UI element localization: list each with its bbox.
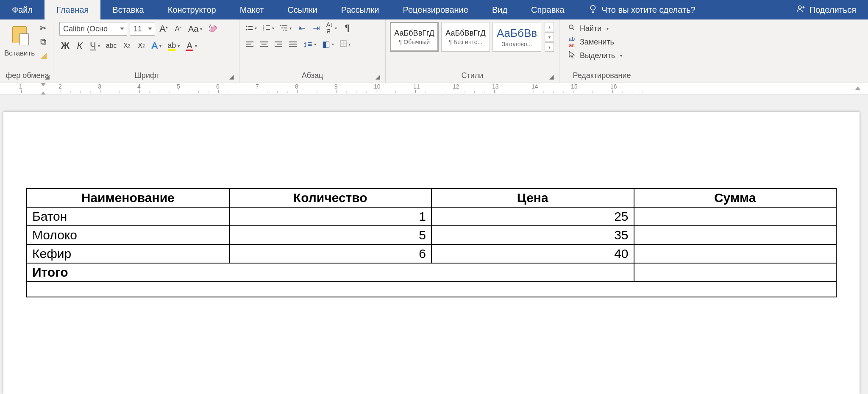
tab-file[interactable]: Файл xyxy=(0,0,45,19)
select-button[interactable]: Выделить ▾ xyxy=(564,49,626,62)
font-dialog-launcher[interactable]: ◢ xyxy=(229,73,234,80)
numbering-button[interactable]: 12 xyxy=(261,22,276,34)
table-empty-row[interactable] xyxy=(27,282,836,297)
superscript-button[interactable]: X2 xyxy=(135,40,147,52)
total-label-cell[interactable]: Итого xyxy=(27,263,634,282)
style-heading1[interactable]: АаБбВв Заголово... xyxy=(492,22,541,52)
header-price[interactable]: Цена xyxy=(431,189,634,207)
cell-name[interactable]: Молоко xyxy=(27,226,229,244)
find-button[interactable]: Найти ▾ xyxy=(564,22,612,35)
style-no-spacing[interactable]: АаБбВвГгД ¶ Без инте... xyxy=(441,22,490,52)
cell-name[interactable]: Кефир xyxy=(27,244,229,263)
text-effects-icon: A xyxy=(151,40,158,51)
shading-icon: ◧ xyxy=(322,39,330,49)
cursor-icon xyxy=(567,51,576,61)
tab-home[interactable]: Главная xyxy=(45,0,100,19)
tell-me-search[interactable]: Что вы хотите сделать? xyxy=(576,0,707,19)
table-row[interactable]: Батон 1 25 xyxy=(27,207,836,226)
line-spacing-button[interactable]: ↕≡ xyxy=(301,38,318,50)
subscript-button[interactable]: X2 xyxy=(121,40,133,52)
svg-point-32 xyxy=(569,25,573,29)
sort-button[interactable]: А↓Я xyxy=(325,22,339,34)
shrink-font-button[interactable]: A▾ xyxy=(172,23,184,35)
align-left-button[interactable] xyxy=(244,38,256,50)
align-right-button[interactable] xyxy=(273,38,284,50)
svg-rect-11 xyxy=(280,25,281,26)
header-sum[interactable]: Сумма xyxy=(634,189,837,207)
svg-rect-26 xyxy=(289,42,297,42)
cell-qty[interactable]: 6 xyxy=(229,244,432,263)
shading-button[interactable]: ◧ xyxy=(320,38,336,50)
underline-button[interactable]: Ч xyxy=(88,40,102,52)
document-page[interactable]: Наименование Количество Цена Сумма Батон… xyxy=(3,112,860,394)
cell-qty[interactable]: 1 xyxy=(229,207,432,226)
data-table[interactable]: Наименование Количество Цена Сумма Батон… xyxy=(26,188,837,297)
horizontal-ruler[interactable]: 12345678910111213141516 xyxy=(0,83,868,95)
cut-button[interactable]: ✂ xyxy=(37,22,49,34)
table-header-row[interactable]: Наименование Количество Цена Сумма xyxy=(27,189,836,207)
cell-sum[interactable] xyxy=(634,207,837,226)
strikethrough-button[interactable]: abc xyxy=(104,40,119,52)
paste-button[interactable] xyxy=(8,22,31,47)
group-paragraph: 12 ⇤ ⇥ А↓Я ¶ ↕≡ ◧ Абзац◢ xyxy=(239,19,386,83)
tab-references[interactable]: Ссылки xyxy=(275,0,329,19)
text-effects-button[interactable]: A xyxy=(150,40,163,52)
clipboard-dialog-launcher[interactable]: ◢ xyxy=(45,73,50,80)
highlight-button[interactable]: ab xyxy=(166,40,181,52)
tab-view[interactable]: Вид xyxy=(480,0,519,19)
document-viewport[interactable]: Наименование Количество Цена Сумма Батон… xyxy=(0,95,868,394)
align-center-button[interactable] xyxy=(258,38,270,50)
ruler-cm-16: 16 xyxy=(612,83,652,95)
format-painter-button[interactable]: ◢ xyxy=(37,49,49,61)
ruler-cm-9: 9 xyxy=(337,83,376,95)
find-label: Найти xyxy=(580,24,601,33)
empty-cell[interactable] xyxy=(27,282,836,297)
right-indent-marker[interactable] xyxy=(855,86,860,90)
multilevel-list-button[interactable] xyxy=(278,22,293,34)
cell-price[interactable]: 35 xyxy=(431,226,634,244)
cell-sum[interactable] xyxy=(634,226,837,244)
table-total-row[interactable]: Итого xyxy=(27,263,836,282)
change-case-button[interactable]: Aa xyxy=(186,23,204,35)
paragraph-dialog-launcher[interactable]: ◢ xyxy=(376,73,380,80)
tab-insert[interactable]: Вставка xyxy=(100,0,156,19)
tab-mailings[interactable]: Рассылки xyxy=(329,0,391,19)
replace-button[interactable]: abac Заменить xyxy=(564,36,618,48)
cell-sum[interactable] xyxy=(634,244,837,263)
styles-scroll-up[interactable]: ▴ xyxy=(545,22,554,31)
tab-help[interactable]: Справка xyxy=(519,0,576,19)
header-qty[interactable]: Количество xyxy=(229,189,432,207)
share-person-icon xyxy=(796,4,805,16)
total-sum-cell[interactable] xyxy=(634,263,837,282)
font-color-button[interactable]: A xyxy=(184,40,199,52)
decrease-indent-button[interactable]: ⇤ xyxy=(296,22,308,34)
bold-button[interactable]: Ж xyxy=(59,40,71,52)
copy-button[interactable]: ⧉ xyxy=(37,36,49,47)
borders-button[interactable] xyxy=(338,38,352,50)
tab-review[interactable]: Рецензирование xyxy=(391,0,480,19)
style-normal[interactable]: АаБбВвГгД ¶ Обычный xyxy=(390,22,439,52)
styles-expand[interactable]: ▾ xyxy=(545,42,554,52)
cell-price[interactable]: 25 xyxy=(431,207,634,226)
share-button[interactable]: Поделиться xyxy=(784,0,868,19)
font-name-select[interactable]: Calibri (Осно xyxy=(59,22,127,36)
increase-indent-button[interactable]: ⇥ xyxy=(310,22,322,34)
bullets-button[interactable] xyxy=(244,22,259,34)
tab-layout[interactable]: Макет xyxy=(228,0,276,19)
cell-qty[interactable]: 5 xyxy=(229,226,432,244)
eraser-icon: A xyxy=(208,24,219,34)
table-row[interactable]: Кефир 6 40 xyxy=(27,244,836,263)
font-size-select[interactable]: 11 xyxy=(130,22,155,36)
grow-font-button[interactable]: A▴ xyxy=(158,23,170,35)
header-name[interactable]: Наименование xyxy=(27,189,229,207)
styles-scroll-down[interactable]: ▾ xyxy=(545,32,554,42)
table-row[interactable]: Молоко 5 35 xyxy=(27,226,836,244)
justify-button[interactable] xyxy=(287,38,299,50)
tab-design[interactable]: Конструктор xyxy=(156,0,228,19)
clear-formatting-button[interactable]: A xyxy=(206,23,221,35)
cell-name[interactable]: Батон xyxy=(27,207,229,226)
cell-price[interactable]: 40 xyxy=(431,244,634,263)
show-marks-button[interactable]: ¶ xyxy=(341,22,353,34)
styles-dialog-launcher[interactable]: ◢ xyxy=(549,73,554,80)
italic-button[interactable]: К xyxy=(74,40,86,52)
